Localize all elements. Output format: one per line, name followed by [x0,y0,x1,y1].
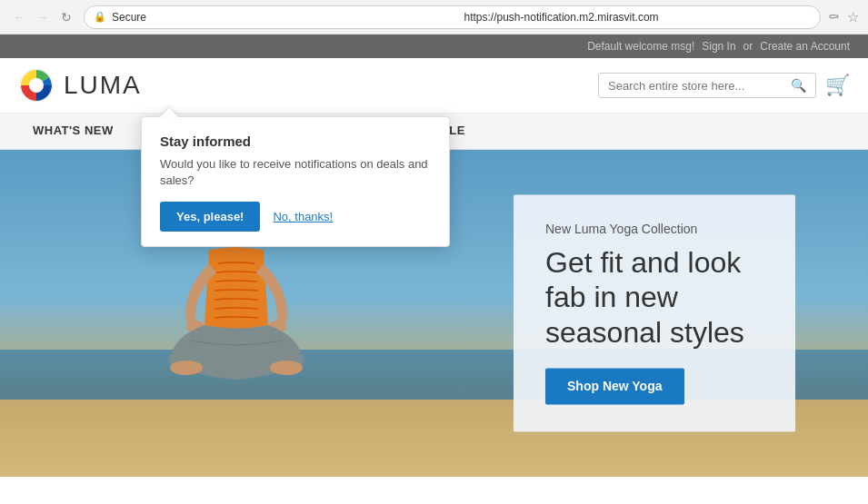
address-text: Secure [112,11,459,24]
hero-title: Get fit and look fab in new seasonal sty… [545,245,763,350]
hero-subtitle: New Luma Yoga Collection [545,222,763,236]
search-icon[interactable]: 🔍 [791,78,806,93]
logo-icon [18,67,55,104]
browser-actions: ⚰ ☆ [828,9,859,25]
or-text: or [743,40,753,53]
bookmark-icon[interactable]: ⚰ [828,9,840,25]
browser-chrome: ← → ↻ 🔒 Secure https://push-notification… [0,0,868,35]
popup-arrow [160,108,178,117]
signin-link[interactable]: Sign In [702,40,735,53]
url-text: https://push-notification.m2.mirasvit.co… [464,11,812,24]
search-bar[interactable]: 🔍 [598,73,816,98]
push-notification-popup: Stay informed Would you like to receive … [141,116,450,247]
no-thanks-button[interactable]: No, thanks! [273,210,333,223]
welcome-message: Default welcome msg! [587,40,694,53]
create-account-link[interactable]: Create an Account [760,40,850,53]
header-right: 🔍 🛒 [598,73,850,98]
top-bar: Default welcome msg! Sign In or Create a… [0,35,868,58]
browser-nav-buttons: ← → ↻ [9,7,76,27]
address-bar[interactable]: 🔒 Secure https://push-notification.m2.mi… [84,5,821,29]
header: LUMA 🔍 🛒 [0,58,868,114]
cart-icon[interactable]: 🛒 [825,74,850,97]
popup-actions: Yes, please! No, thanks! [160,202,431,232]
star-icon[interactable]: ☆ [847,9,859,25]
site-wrapper: Default welcome msg! Sign In or Create a… [0,35,868,477]
shop-new-yoga-button[interactable]: Shop New Yoga [545,369,684,405]
reload-button[interactable]: ↻ [56,7,76,27]
svg-point-6 [170,361,203,375]
back-button[interactable]: ← [9,7,29,27]
hero-cta: New Luma Yoga Collection Get fit and loo… [514,194,795,431]
svg-point-7 [270,361,303,375]
nav-item-whats-new[interactable]: What's New [18,114,128,149]
svg-point-1 [29,78,44,93]
popup-message: Would you like to receive notifications … [160,156,431,189]
secure-icon: 🔒 [94,11,106,23]
search-input[interactable] [608,79,791,93]
popup-title: Stay informed [160,133,431,149]
forward-button[interactable]: → [33,7,53,27]
logo[interactable]: LUMA [18,67,142,104]
yes-please-button[interactable]: Yes, please! [160,202,260,232]
logo-text: LUMA [64,71,142,100]
